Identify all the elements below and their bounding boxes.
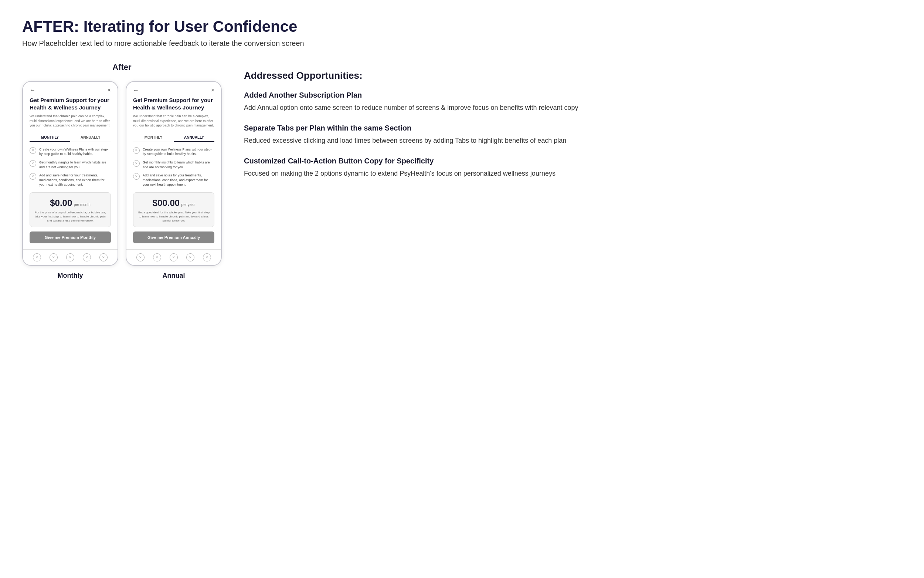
feature-list-annual: ✕ Create your own Wellness Plans with ou… <box>133 147 214 187</box>
phone-bottom-bar-annual: ✕ ✕ ✕ ✕ ✕ <box>126 249 221 265</box>
opportunities-title: Addressed Opportunities: <box>244 70 902 81</box>
phone-heading-monthly: Get Premium Support for your Health & We… <box>29 96 111 111</box>
price-display-monthly: $0.00 per month <box>34 198 106 208</box>
feature-item: ✕ Add and save notes for your treatments… <box>29 173 111 187</box>
feature-icon: ✕ <box>133 160 140 167</box>
page-header: AFTER: Iterating for User Confidence How… <box>22 18 902 48</box>
opp-item-title-3: Customized Call-to-Action Button Copy fo… <box>244 156 902 166</box>
feature-icon: ✕ <box>29 147 36 154</box>
feature-item: ✕ Create your own Wellness Plans with ou… <box>133 147 214 156</box>
close-button-monthly[interactable]: × <box>108 87 111 94</box>
feature-item: ✕ Get monthly insights to learn which ha… <box>29 160 111 169</box>
price-display-annual: $00.00 per year <box>138 198 210 208</box>
phone-wrapper-annual: ← × Get Premium Support for your Health … <box>126 81 222 279</box>
phone-bottom-bar-monthly: ✕ ✕ ✕ ✕ ✕ <box>23 249 118 265</box>
bottom-icon: ✕ <box>83 253 91 261</box>
opp-item-3: Customized Call-to-Action Button Copy fo… <box>244 156 902 179</box>
phone-heading-annual: Get Premium Support for your Health & We… <box>133 96 214 111</box>
tab-monthly-annually[interactable]: ANNUALLY <box>70 133 111 142</box>
bottom-icon: ✕ <box>153 253 161 261</box>
tab-annual-annually[interactable]: ANNUALLY <box>174 133 214 142</box>
feature-item: ✕ Add and save notes for your treatments… <box>133 173 214 187</box>
after-label: After <box>112 62 131 72</box>
opp-item-title-1: Added Another Subscription Plan <box>244 90 902 100</box>
price-box-annual: $00.00 per year Get a good deal for the … <box>133 192 214 227</box>
price-period-annual: per year <box>181 203 195 207</box>
feature-icon: ✕ <box>133 173 140 180</box>
back-button-monthly[interactable]: ← <box>29 87 36 94</box>
phone-description-annual: We understand that chronic pain can be a… <box>133 114 214 128</box>
phone-description-monthly: We understand that chronic pain can be a… <box>29 114 111 128</box>
price-period-monthly: per month <box>74 203 91 207</box>
phone-label-monthly: Monthly <box>58 272 83 279</box>
tabs-row-annual: MONTHLY ANNUALLY <box>133 133 214 142</box>
feature-icon: ✕ <box>29 160 36 167</box>
bottom-icon: ✕ <box>203 253 211 261</box>
tab-monthly-monthly[interactable]: MONTHLY <box>29 133 70 142</box>
phone-body-annual: Get Premium Support for your Health & We… <box>126 96 221 248</box>
bottom-icon: ✕ <box>66 253 74 261</box>
bottom-icon: ✕ <box>186 253 194 261</box>
phones-row: ← × Get Premium Support for your Health … <box>22 81 222 279</box>
phone-body-monthly: Get Premium Support for your Health & We… <box>23 96 118 248</box>
price-main-annual: $00.00 <box>153 198 180 208</box>
phone-frame-annual: ← × Get Premium Support for your Health … <box>126 81 222 266</box>
bottom-icon: ✕ <box>170 253 178 261</box>
price-main-monthly: $0.00 <box>50 198 72 208</box>
bottom-icon: ✕ <box>50 253 58 261</box>
phone-top-bar-monthly: ← × <box>23 82 118 96</box>
page-title: AFTER: Iterating for User Confidence <box>22 18 902 36</box>
back-button-annual[interactable]: ← <box>133 87 139 94</box>
tabs-row-monthly: MONTHLY ANNUALLY <box>29 133 111 142</box>
phone-label-annual: Annual <box>163 272 185 279</box>
opp-item-title-2: Separate Tabs per Plan within the same S… <box>244 123 902 133</box>
content-area: After ← × Get Premium Support for your H… <box>22 62 902 279</box>
bottom-icon: ✕ <box>33 253 41 261</box>
page-subtitle: How Placeholder text led to more actiona… <box>22 39 902 48</box>
feature-item: ✕ Get monthly insights to learn which ha… <box>133 160 214 169</box>
feature-item: ✕ Create your own Wellness Plans with ou… <box>29 147 111 156</box>
cta-button-annual[interactable]: Give me Premium Annually <box>133 232 214 244</box>
opportunities-section: Addressed Opportunities: Added Another S… <box>244 62 902 189</box>
feature-icon: ✕ <box>133 147 140 154</box>
close-button-annual[interactable]: × <box>211 87 214 94</box>
feature-list-monthly: ✕ Create your own Wellness Plans with ou… <box>29 147 111 187</box>
bottom-icon: ✕ <box>136 253 144 261</box>
phone-top-bar-annual: ← × <box>126 82 221 96</box>
opp-item-body-2: Reduced excessive clicking and load time… <box>244 136 902 146</box>
tab-annual-monthly[interactable]: MONTHLY <box>133 133 174 142</box>
feature-icon: ✕ <box>29 173 36 180</box>
opp-item-body-3: Focused on making the 2 options dynamic … <box>244 169 902 179</box>
opp-item-1: Added Another Subscription Plan Add Annu… <box>244 90 902 113</box>
opp-item-2: Separate Tabs per Plan within the same S… <box>244 123 902 146</box>
price-description-monthly: For the price of a cup of coffee, matcha… <box>34 210 106 223</box>
cta-button-monthly[interactable]: Give me Premium Monthly <box>29 232 111 244</box>
bottom-icon: ✕ <box>99 253 108 261</box>
price-box-monthly: $0.00 per month For the price of a cup o… <box>29 192 111 227</box>
phone-frame-monthly: ← × Get Premium Support for your Health … <box>22 81 118 266</box>
phone-wrapper-monthly: ← × Get Premium Support for your Health … <box>22 81 118 279</box>
phones-section: After ← × Get Premium Support for your H… <box>22 62 222 279</box>
price-description-annual: Get a good deal for the whole year. Take… <box>138 210 210 223</box>
opp-item-body-1: Add Annual option onto same screen to re… <box>244 103 902 113</box>
